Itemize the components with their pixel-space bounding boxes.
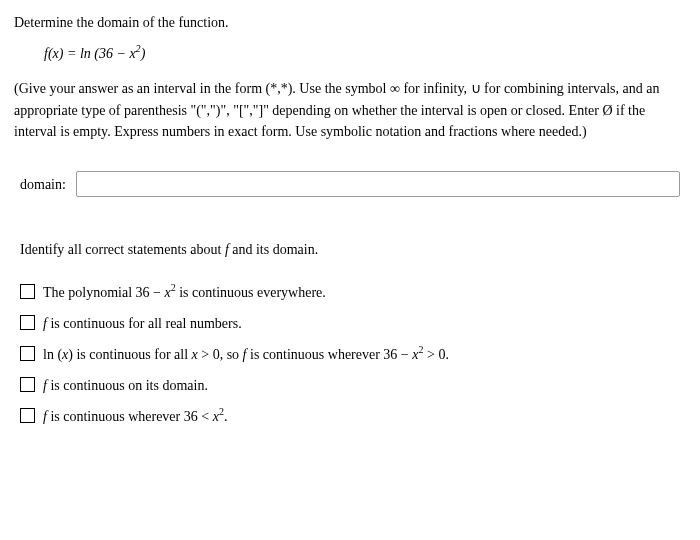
function-formula: f(x) = ln (36 − x2) [44,43,686,64]
domain-input[interactable] [76,171,680,197]
options-list: The polynomial 36 − x2 is continuous eve… [20,282,686,427]
option-row: ln (x) is continuous for all x > 0, so f… [20,344,686,365]
option-checkbox-3[interactable] [20,346,35,361]
option-label: The polynomial 36 − x2 is continuous eve… [43,282,326,303]
option-checkbox-1[interactable] [20,284,35,299]
instructions-text: (Give your answer as an interval in the … [14,78,686,143]
domain-label: domain: [20,174,66,195]
option-label: ln (x) is continuous for all x > 0, so f… [43,344,449,365]
question2-prompt: Identify all correct statements about f … [20,239,686,260]
option-label: f is continuous wherever 36 < x2. [43,406,227,427]
option-label: f is continuous on its domain. [43,375,208,396]
option-checkbox-4[interactable] [20,377,35,392]
option-row: f is continuous on its domain. [20,375,686,396]
option-checkbox-2[interactable] [20,315,35,330]
option-row: f is continuous wherever 36 < x2. [20,406,686,427]
option-row: The polynomial 36 − x2 is continuous eve… [20,282,686,303]
option-row: f is continuous for all real numbers. [20,313,686,334]
domain-row: domain: [20,171,680,197]
question-title: Determine the domain of the function. [14,12,686,33]
option-label: f is continuous for all real numbers. [43,313,242,334]
option-checkbox-5[interactable] [20,408,35,423]
